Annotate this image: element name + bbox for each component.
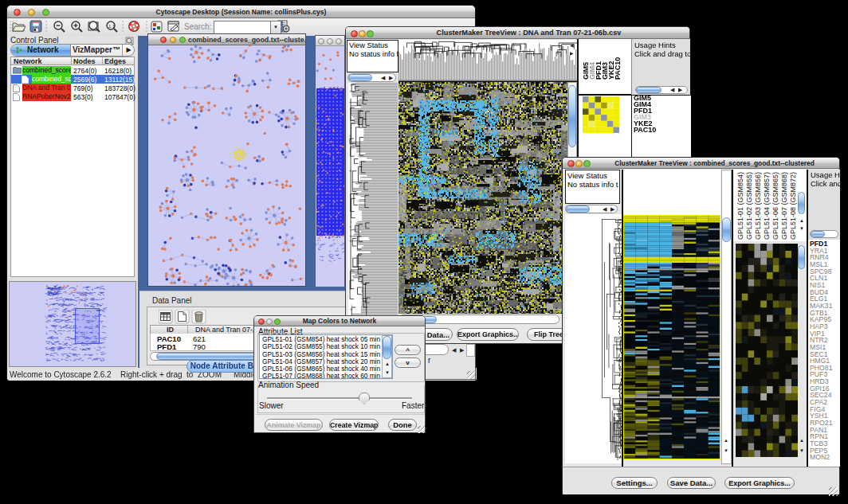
svg-text:1:1: 1:1 [108, 24, 116, 29]
